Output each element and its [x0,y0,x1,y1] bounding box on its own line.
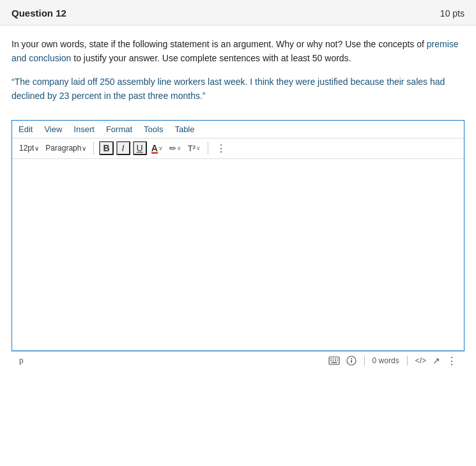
page-container: Question 12 10 pts In your own words, st… [0,0,476,466]
svg-rect-3 [335,359,336,360]
font-color-icon: A [151,143,158,153]
svg-rect-6 [332,361,334,362]
superscript-chevron: ∨ [196,145,201,151]
svg-rect-4 [337,359,338,360]
font-size-chevron: ∨ [35,145,39,152]
status-bar: p [12,351,464,370]
separator-2 [208,142,208,154]
menu-table[interactable]: Table [173,123,196,135]
question-header: Question 12 10 pts [0,0,476,26]
menu-edit[interactable]: Edit [17,123,34,135]
svg-point-11 [351,358,352,359]
toolbar-more-button[interactable]: ⋮ [213,141,229,156]
menu-tools[interactable]: Tools [142,123,164,135]
svg-rect-2 [332,359,334,360]
menu-view[interactable]: View [43,123,63,135]
keyboard-icon[interactable] [328,356,340,365]
svg-rect-7 [335,361,336,362]
bold-button[interactable]: B [99,141,113,155]
superscript-icon: T² [188,144,196,153]
question-points: 10 pts [440,8,464,19]
word-count-label: 0 words [372,356,399,365]
editor-wrapper: Edit View Insert Format Tools Table 12pt… [12,120,464,351]
status-right: 0 words </> ↗ ⋮ [328,355,457,367]
font-color-chevron: ∨ [158,145,163,151]
menu-insert[interactable]: Insert [72,123,96,135]
menu-bar: Edit View Insert Format Tools Table [12,121,464,139]
highlight-premise-conclusion: premise and conclusion [12,39,459,63]
code-view-button[interactable]: </> [415,356,426,365]
menu-format[interactable]: Format [105,123,134,135]
paragraph-value: Paragraph [45,144,81,153]
question-prompt: In your own words, state if the followin… [12,37,464,66]
font-size-value: 12pt [19,144,34,153]
paragraph-selector[interactable]: Paragraph ∨ [43,142,88,154]
status-separator-1 [364,356,365,366]
underline-button[interactable]: U [133,141,147,155]
highlight-icon: ✏ [169,144,176,153]
italic-button[interactable]: I [116,141,130,155]
editor-content[interactable] [12,159,464,350]
highlight-button[interactable]: ✏ ∨ [167,142,183,154]
paragraph-chevron: ∨ [82,145,86,152]
status-separator-2 [407,356,408,366]
question-body: In your own words, state if the followin… [0,26,476,120]
svg-rect-9 [331,363,337,364]
question-title: Question 12 [12,8,66,19]
toolbar-bar: 12pt ∨ Paragraph ∨ B I U A ∨ ✏ ∨ T² ∨ [12,139,464,159]
paragraph-tag-label: p [19,356,24,365]
question-quote: “The company laid off 250 assembly line … [12,75,464,103]
font-color-button[interactable]: A ∨ [150,142,165,154]
svg-rect-12 [351,360,352,363]
font-size-selector[interactable]: 12pt ∨ [17,142,41,154]
svg-rect-1 [330,359,332,360]
expand-button[interactable]: ↗ [433,356,440,366]
status-more-button[interactable]: ⋮ [447,355,457,367]
highlight-chevron: ∨ [177,145,181,151]
separator-1 [93,142,94,154]
superscript-button[interactable]: T² ∨ [186,142,203,154]
svg-rect-8 [337,361,338,362]
svg-rect-5 [330,361,332,362]
info-icon[interactable] [346,356,357,366]
